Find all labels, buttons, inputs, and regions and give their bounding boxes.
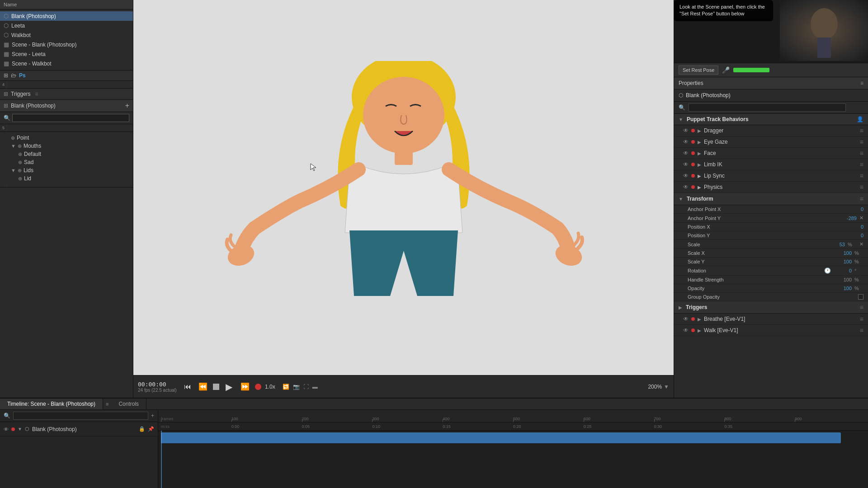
rotation-unit: °: [854, 268, 863, 273]
behavior-menu-physics[interactable]: ≡: [860, 183, 863, 191]
timeline-track-bar[interactable]: [161, 432, 841, 443]
red-dot-breathe[interactable]: [691, 317, 695, 321]
track-eye-icon[interactable]: 👁: [4, 427, 9, 432]
step-back-button[interactable]: ⏪: [197, 381, 209, 392]
eye-icon-breathe[interactable]: 👁: [683, 316, 689, 322]
scale-x-value[interactable]: 100: [834, 250, 852, 256]
group-opacity-checkbox[interactable]: [858, 294, 863, 300]
stop-button[interactable]: [213, 384, 219, 390]
loop-icon[interactable]: 🔁: [283, 384, 289, 390]
tree-item-sad[interactable]: ⊕ Sad: [0, 158, 133, 166]
scene-item-scene-leeta[interactable]: ▦ Scene - Leeta: [0, 49, 133, 59]
ruler-mark-100: 100: [231, 417, 302, 421]
play-button[interactable]: ▶: [223, 380, 235, 393]
scene-item-walkbot[interactable]: ⬡ Walkbot: [0, 30, 133, 40]
set-rest-pose-button[interactable]: Set Rest Pose: [679, 66, 718, 75]
tab-timeline[interactable]: Timeline: Scene - Blank (Photoshop): [0, 399, 103, 409]
left-gutter-num: 4: [0, 81, 7, 88]
red-dot-walk[interactable]: [691, 328, 695, 332]
zoom-control: 200% ▼: [648, 384, 669, 390]
anchor-y-close-icon[interactable]: ✕: [859, 215, 863, 221]
grid-icon[interactable]: ⊞: [4, 72, 8, 79]
tree-item-label-point: Point: [17, 135, 29, 141]
pos-x-value[interactable]: 0: [845, 224, 863, 230]
behavior-menu-dragger[interactable]: ≡: [860, 127, 863, 134]
folder-icon[interactable]: 🗁: [11, 72, 16, 79]
properties-menu-icon[interactable]: ≡: [860, 80, 863, 86]
tree-item-lids[interactable]: ▼ ⊕ Lids: [0, 166, 133, 174]
red-dot-limbik[interactable]: [691, 163, 695, 166]
view-options-icon[interactable]: ▬: [312, 384, 318, 390]
eye-icon-physics[interactable]: 👁: [683, 184, 689, 190]
left-panel-toolbar: ⊞ 🗁 Ps: [0, 70, 133, 81]
behavior-menu-walk[interactable]: ≡: [860, 327, 863, 334]
scale-close-icon[interactable]: ✕: [859, 241, 863, 247]
scene-item-leeta[interactable]: ⬡ Leeta: [0, 21, 133, 30]
red-dot-dragger[interactable]: [691, 129, 695, 132]
rotation-value[interactable]: 0: [834, 268, 852, 273]
group-mouths-icon: ⊕: [18, 143, 22, 149]
transform-menu-icon[interactable]: ≡: [860, 195, 863, 202]
handle-strength-value[interactable]: 100: [834, 277, 852, 282]
behavior-menu-lipsync[interactable]: ≡: [860, 172, 863, 179]
behavior-menu-eyegaze[interactable]: ≡: [860, 138, 863, 145]
red-dot-eyegaze[interactable]: [691, 140, 695, 144]
anchor-y-value[interactable]: -289: [839, 216, 857, 221]
puppet-search-input[interactable]: [12, 114, 129, 122]
eye-icon-dragger[interactable]: 👁: [683, 127, 689, 134]
behavior-menu-limbik[interactable]: ≡: [860, 161, 863, 168]
add-trigger-button[interactable]: +: [125, 102, 129, 110]
red-dot-face[interactable]: [691, 151, 695, 155]
scene-item-blank-photoshop[interactable]: ⬡ Blank (Photoshop): [0, 11, 133, 21]
eye-icon-eyegaze[interactable]: 👁: [683, 139, 689, 145]
eye-icon-walk[interactable]: 👁: [683, 327, 689, 333]
track-snap-icon[interactable]: 📌: [148, 426, 154, 432]
scene-item-scene-walkbot[interactable]: ▦ Scene - Walkbot: [0, 59, 133, 68]
pos-y-value[interactable]: 0: [845, 233, 863, 238]
behavior-menu-face[interactable]: ≡: [860, 150, 863, 157]
zoom-chevron-icon[interactable]: ▼: [664, 384, 669, 390]
tree-item-mouths[interactable]: ▼ ⊕ Mouths: [0, 142, 133, 150]
tab-settings-menu-icon[interactable]: ≡: [103, 399, 111, 409]
go-to-start-button[interactable]: ⏮: [182, 382, 193, 392]
fullscreen-icon[interactable]: ⛶: [303, 384, 309, 390]
transform-section-header[interactable]: ▼ Transform ≡: [674, 193, 868, 205]
tree-item-default[interactable]: ⊕ Default: [0, 150, 133, 158]
scene-item-scene-blank[interactable]: ▦ Scene - Blank (Photoshop): [0, 40, 133, 49]
scale-value[interactable]: 53: [827, 242, 845, 247]
eye-icon-face[interactable]: 👁: [683, 150, 689, 156]
track-expand-icon[interactable]: ▼: [18, 427, 22, 432]
anchor-x-value[interactable]: 0: [845, 206, 863, 212]
red-dot-physics[interactable]: [691, 185, 695, 189]
timeline-playhead[interactable]: [161, 431, 162, 488]
ruler-empty: [795, 424, 865, 429]
rl-400: 400: [443, 417, 449, 421]
sad-icon: ⊕: [18, 160, 22, 165]
eye-icon-lipsync[interactable]: 👁: [683, 173, 689, 179]
timeline-add-icon[interactable]: +: [151, 413, 154, 419]
triggers-menu-icon: ≡: [35, 91, 38, 97]
tab-controls[interactable]: Controls: [111, 399, 146, 409]
triggers-section-header[interactable]: ▶ Triggers ≡: [674, 301, 868, 314]
triggers-section-menu-icon[interactable]: ≡: [860, 304, 863, 311]
tree-item-point[interactable]: ⊕ Point: [0, 134, 133, 142]
behavior-menu-breathe[interactable]: ≡: [860, 315, 863, 323]
red-dot-lipsync[interactable]: [691, 174, 695, 178]
step-forward-button[interactable]: ⏩: [239, 381, 251, 392]
scale-y-value[interactable]: 100: [834, 259, 852, 264]
ruler-mark-500: 500: [513, 417, 584, 421]
timeline-search-input[interactable]: [13, 412, 148, 420]
ps-icon[interactable]: Ps: [19, 72, 26, 79]
tree-item-lid[interactable]: ⊕ Lid: [0, 174, 133, 183]
svg-point-2: [363, 77, 444, 154]
properties-search-input[interactable]: [689, 103, 846, 112]
puppet-track-behaviors-section[interactable]: ▼ Puppet Track Behaviors 👤: [674, 114, 868, 125]
track-lock-icon[interactable]: 🔒: [139, 426, 145, 432]
timeline-content: [158, 431, 868, 488]
puppet-label-name: Blank (Photoshop): [686, 92, 731, 99]
webcam-icon[interactable]: 📷: [293, 384, 300, 390]
opacity-value[interactable]: 100: [834, 286, 852, 291]
eye-icon-limbik[interactable]: 👁: [683, 161, 689, 168]
record-button[interactable]: [255, 384, 261, 390]
track-red-dot[interactable]: [11, 427, 15, 431]
